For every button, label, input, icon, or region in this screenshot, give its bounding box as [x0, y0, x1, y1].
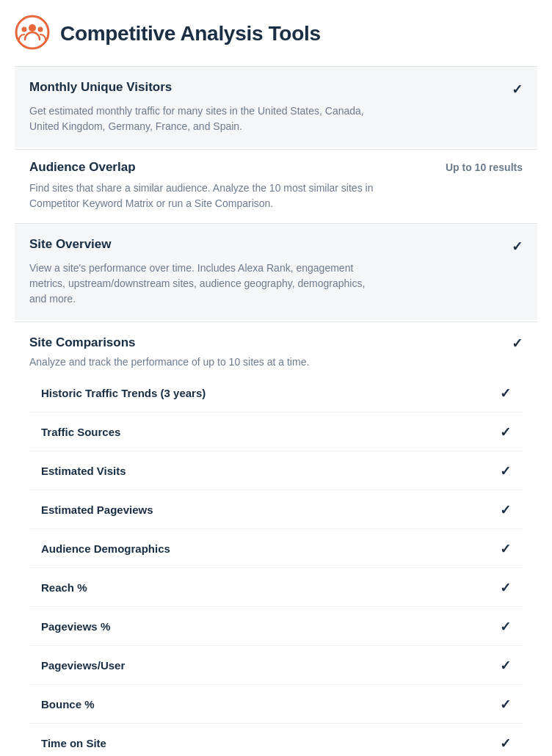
- section-desc-site-comparisons: Analyze and track the performance of up …: [29, 356, 523, 368]
- page-title: Competitive Analysis Tools: [60, 22, 321, 46]
- sub-item-label-reach: Reach %: [41, 581, 87, 594]
- sub-item-label-bounce: Bounce %: [41, 698, 95, 710]
- section-site-comparisons: Site Comparisons ✓ Analyze and track the…: [15, 322, 537, 374]
- check-pageviews-percent: ✓: [500, 619, 511, 635]
- check-pageviews-user: ✓: [500, 658, 511, 674]
- sub-item-estimated-visits: Estimated Visits ✓: [29, 451, 523, 490]
- check-historic-traffic: ✓: [500, 385, 511, 401]
- sub-item-label-pageviews-percent: Pageviews %: [41, 620, 110, 633]
- check-monthly-unique-visitors: ✓: [512, 81, 523, 98]
- logo-icon: [15, 15, 50, 53]
- check-time-on-site: ✓: [500, 735, 511, 752]
- section-desc-audience-overlap: Find sites that share a similar audience…: [29, 181, 382, 211]
- sub-item-pageviews-user: Pageviews/User ✓: [29, 646, 523, 685]
- page-container: Competitive Analysis Tools Monthly Uniqu…: [0, 0, 552, 756]
- sub-item-bounce: Bounce % ✓: [29, 685, 523, 724]
- sub-item-reach: Reach % ✓: [29, 568, 523, 607]
- section-title-monthly-unique-visitors: Monthly Unique Visitors: [29, 80, 172, 95]
- section-title-site-overview: Site Overview: [29, 237, 112, 252]
- check-traffic-sources: ✓: [500, 424, 511, 440]
- section-desc-site-overview: View a site's performance over time. Inc…: [29, 261, 382, 307]
- page-header: Competitive Analysis Tools: [15, 15, 537, 67]
- section-title-audience-overlap: Audience Overlap: [29, 160, 136, 175]
- sub-item-historic-traffic: Historic Traffic Trends (3 years) ✓: [29, 374, 523, 412]
- sub-item-label-traffic-sources: Traffic Sources: [41, 426, 120, 438]
- sub-item-audience-demographics: Audience Demographics ✓: [29, 529, 523, 568]
- sub-item-traffic-sources: Traffic Sources ✓: [29, 412, 523, 451]
- svg-point-3: [38, 27, 43, 32]
- section-audience-overlap: Audience Overlap Up to 10 results Find s…: [15, 150, 537, 222]
- sub-item-pageviews-percent: Pageviews % ✓: [29, 607, 523, 646]
- check-estimated-pageviews: ✓: [500, 502, 511, 518]
- svg-point-2: [22, 27, 27, 32]
- sub-item-time-on-site: Time on Site ✓: [29, 724, 523, 756]
- section-monthly-unique-visitors: Monthly Unique Visitors ✓ Get estimated …: [15, 67, 537, 148]
- sub-item-label-audience-demographics: Audience Demographics: [41, 542, 170, 555]
- svg-point-1: [29, 24, 36, 32]
- sub-item-label-pageviews-user: Pageviews/User: [41, 659, 125, 672]
- check-site-comparisons: ✓: [512, 335, 523, 352]
- section-site-overview: Site Overview ✓ View a site's performanc…: [15, 224, 537, 320]
- badge-audience-overlap: Up to 10 results: [446, 161, 523, 173]
- sub-item-label-estimated-visits: Estimated Visits: [41, 465, 126, 477]
- sub-item-label-estimated-pageviews: Estimated Pageviews: [41, 504, 153, 516]
- sub-items-list: Historic Traffic Trends (3 years) ✓ Traf…: [15, 374, 537, 756]
- sub-item-estimated-pageviews: Estimated Pageviews ✓: [29, 490, 523, 529]
- check-reach: ✓: [500, 580, 511, 596]
- check-audience-demographics: ✓: [500, 541, 511, 557]
- check-estimated-visits: ✓: [500, 463, 511, 479]
- check-bounce: ✓: [500, 697, 511, 713]
- check-site-overview: ✓: [512, 239, 523, 255]
- section-title-site-comparisons: Site Comparisons: [29, 335, 136, 350]
- sub-item-label-historic-traffic: Historic Traffic Trends (3 years): [41, 387, 206, 399]
- sub-item-label-time-on-site: Time on Site: [41, 737, 106, 749]
- section-desc-monthly-unique-visitors: Get estimated monthly traffic for many s…: [29, 103, 382, 134]
